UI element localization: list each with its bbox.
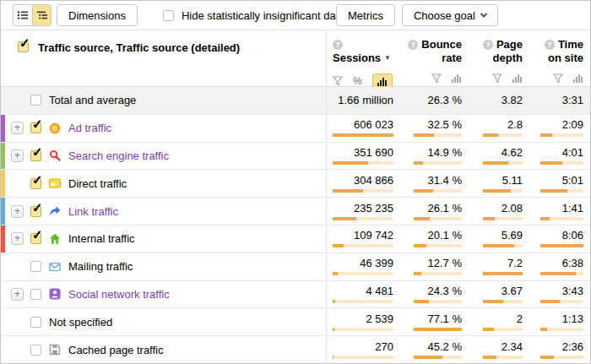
sessions-cell: 606 023 (327, 115, 403, 142)
bounce-rate-cell-value: 45.2 % (414, 341, 462, 352)
bar-track (333, 244, 393, 247)
page-depth-cell: 2.34 (469, 336, 529, 363)
column-header-bounce-rate: ?Bounce rate (403, 30, 469, 86)
bounce-rate-cell: 12.7 % (403, 253, 469, 280)
tree-view-button[interactable] (32, 4, 52, 26)
row-checkbox[interactable]: ✓ (30, 233, 41, 244)
row-checkbox[interactable] (30, 95, 41, 106)
row-color-strip (1, 170, 5, 197)
page-depth-cell: 5.11 (469, 170, 529, 197)
row-label: Total and average (49, 94, 136, 106)
expand-button[interactable]: + (11, 288, 24, 301)
percent-mode-icon[interactable]: % (353, 75, 362, 87)
table-row: +Social network traffic4 48124.3 %3.673:… (1, 281, 590, 309)
checkmark-icon: ✓ (32, 145, 43, 158)
bar-track (414, 161, 462, 165)
dimension-cell: +Mailing traffic (1, 253, 327, 280)
select-all-checkbox[interactable]: ✓ (18, 41, 29, 52)
time-on-site-cell: 3:31 (529, 87, 590, 114)
bar-track (414, 272, 462, 275)
bar-track (333, 189, 393, 193)
bar-fill (333, 328, 334, 331)
bar-chart-mode-icon[interactable] (452, 73, 462, 83)
column-label[interactable]: Bounce rate (421, 38, 462, 64)
row-label[interactable]: Link traffic (68, 205, 118, 218)
expand-button[interactable]: + (11, 122, 24, 134)
row-checkbox[interactable]: ✓ (30, 206, 41, 217)
column-label[interactable]: Sessions (333, 52, 381, 64)
row-checkbox[interactable] (30, 261, 41, 272)
expand-button[interactable]: + (11, 232, 24, 245)
sessions-cell-value: 2 539 (333, 313, 393, 324)
expand-button[interactable]: + (11, 149, 24, 162)
bar-fill (483, 244, 514, 247)
view-toggle (13, 4, 52, 26)
bar-fill (414, 217, 430, 220)
sessions-cell-value: 351 690 (333, 147, 393, 158)
svg-text:B: B (52, 124, 57, 133)
dimensions-button[interactable]: Dimensions (57, 4, 138, 26)
bar-track (333, 356, 393, 359)
help-icon[interactable]: ? (333, 40, 343, 50)
row-checkbox[interactable] (30, 317, 41, 328)
bar-track (540, 300, 583, 303)
help-icon[interactable]: ? (483, 40, 493, 50)
time-on-site-cell: 2:36 (529, 336, 590, 363)
expand-button[interactable]: + (11, 205, 24, 218)
choose-goal-label: Choose goal (414, 9, 475, 22)
bar-fill (414, 189, 433, 193)
row-color-strip (1, 198, 5, 225)
row-label[interactable]: Ad traffic (68, 122, 111, 134)
filter-funnel-icon[interactable] (333, 76, 343, 86)
list-view-button[interactable] (13, 4, 32, 26)
metrics-button[interactable]: Metrics (336, 4, 395, 26)
bar-fill (540, 217, 550, 220)
checkmark-icon: ✓ (32, 228, 43, 241)
row-checkbox[interactable] (30, 289, 41, 300)
row-label[interactable]: Social network traffic (68, 288, 170, 301)
column-label[interactable]: Page depth (493, 38, 523, 64)
sort-desc-icon[interactable]: ▼ (384, 54, 391, 62)
bar-track (414, 217, 462, 220)
hide-insignificant-toggle[interactable]: Hide statistically insignificant data (163, 9, 345, 22)
page-depth-cell: 5.69 (469, 225, 529, 253)
help-icon[interactable]: ? (545, 40, 555, 50)
sessions-cell: 4 481 (327, 281, 403, 308)
bar-track (414, 244, 462, 247)
bar-chart-mode-icon[interactable] (512, 73, 523, 83)
row-checkbox[interactable]: ✓ (30, 122, 41, 133)
dimension-cell: +Social network traffic (1, 281, 327, 308)
hide-insignificant-checkbox[interactable] (163, 10, 174, 21)
row-checkbox[interactable] (30, 345, 41, 356)
sessions-cell-value: 109 742 (333, 230, 393, 241)
page-depth-cell-value: 7.2 (483, 258, 523, 269)
filter-funnel-icon[interactable] (553, 73, 563, 84)
bar-track (483, 133, 523, 137)
dimension-cell: +✓Link traffic (1, 198, 327, 225)
bar-fill (333, 133, 393, 137)
bar-chart-mode-icon[interactable] (573, 73, 583, 83)
time-on-site-cell: 1:13 (529, 308, 590, 335)
bar-track (414, 300, 462, 303)
row-label[interactable]: Search engine traffic (68, 149, 169, 162)
dimension-header-cell: ✓ Traffic source, Traffic source (detail… (1, 30, 327, 86)
column-header-page-depth: ?Page depth (469, 30, 529, 86)
filter-funnel-icon[interactable] (431, 73, 442, 84)
bar-track (483, 217, 523, 220)
bounce-rate-cell: 14.9 % (403, 143, 469, 170)
dimension-cell: +Cached page traffic (1, 336, 327, 363)
dimension-cell: +✓Direct traffic (1, 170, 327, 197)
list-icon (17, 10, 29, 20)
sessions-cell: 109 742 (327, 225, 403, 253)
row-checkbox[interactable]: ✓ (30, 150, 41, 161)
help-icon[interactable]: ? (408, 40, 418, 50)
direct-window-icon (49, 177, 61, 189)
time-on-site-cell-value: 3:43 (540, 285, 583, 296)
bar-track (483, 300, 523, 303)
filter-funnel-icon[interactable] (492, 73, 502, 84)
row-checkbox[interactable]: ✓ (30, 178, 41, 189)
choose-goal-button[interactable]: Choose goal (402, 4, 498, 26)
time-on-site-cell-value: 2:36 (540, 341, 583, 352)
time-on-site-cell: 4:01 (529, 143, 590, 170)
row-label: Mailing traffic (68, 260, 133, 273)
